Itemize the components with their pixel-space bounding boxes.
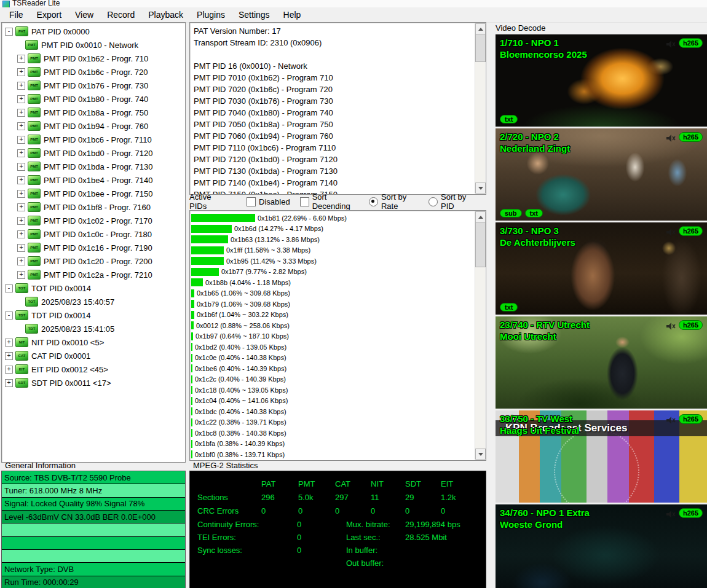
tree-item[interactable]: +PMTPMT PID 0x1b76 - Progr. 730 [2, 79, 185, 92]
collapse-expander-icon[interactable]: - [5, 284, 13, 292]
menu-item-playback[interactable]: Playback [141, 8, 190, 22]
menu-item-settings[interactable]: Settings [232, 8, 277, 22]
expand-expander-icon[interactable]: + [17, 82, 25, 90]
pid-row[interactable]: 0x1c22 (0.38% - 139.71 Kbps) [191, 417, 475, 428]
pid-row[interactable]: 0x1c04 (0.40% ~ 141.06 Kbps) [191, 396, 475, 407]
expand-expander-icon[interactable]: + [17, 122, 25, 130]
menu-item-file[interactable]: File [2, 8, 30, 22]
tree-item[interactable]: -PATPAT PID 0x0000 [2, 25, 185, 38]
sort-by-rate-radio-group[interactable]: Sort by Rate [369, 192, 419, 211]
sort-descending-checkbox[interactable] [300, 197, 309, 206]
sort-by-rate-radio[interactable] [369, 197, 378, 206]
tree-panel[interactable]: -PATPAT PID 0x0000PMTPMT PID 0x0010 - Ne… [1, 22, 186, 463]
pid-row[interactable]: 0x1fff (11.58% ~ 3.38 Mbps) [191, 245, 475, 256]
expand-expander-icon[interactable]: + [17, 230, 25, 238]
pid-row[interactable]: 0x1b65 (1.06% ~ 309.68 Kbps) [191, 288, 475, 299]
tree-item[interactable]: +PMTPMT PID 0x1bda - Progr. 7130 [2, 160, 185, 173]
sort-by-pid-radio-group[interactable]: Sort by PID [429, 192, 475, 211]
tree-item[interactable]: +PMTPMT PID 0x1bf8 - Progr. 7160 [2, 200, 185, 214]
video-thumbnail[interactable]: 23/740 - RTV UtrechtMooi Utrechth265 [496, 316, 707, 409]
pid-row[interactable]: 0x0012 (0.88% ~ 258.06 Kbps) [191, 320, 475, 331]
expand-expander-icon[interactable]: + [5, 379, 13, 387]
tree-item[interactable]: +PMTPMT PID 0x1b62 - Progr. 710 [2, 52, 185, 65]
pid-row[interactable]: 0x1be6 (0.40% - 140.39 Kbps) [191, 363, 475, 374]
tree-item[interactable]: +PMTPMT PID 0x1c02 - Progr. 7170 [2, 214, 185, 227]
pid-row[interactable]: 0x1c2c (0.40% - 140.39 Kbps) [191, 374, 475, 385]
tree-item[interactable]: +PMTPMT PID 0x1bee - Progr. 7150 [2, 187, 185, 200]
expand-expander-icon[interactable]: + [17, 163, 25, 171]
tree-item[interactable]: +PMTPMT PID 0x1c20 - Progr. 7200 [2, 254, 185, 268]
expand-expander-icon[interactable]: + [17, 190, 25, 198]
scroll-down-button[interactable] [475, 182, 486, 194]
menu-item-export[interactable]: Export [30, 8, 68, 22]
pid-row[interactable]: 0x1b97 (0.64% ~ 187.10 Kbps) [191, 331, 475, 342]
expand-expander-icon[interactable]: + [17, 55, 25, 63]
tree-item[interactable]: -TDTTDT PID 0x0014 [2, 308, 185, 322]
sort-descending-checkbox-group[interactable]: Sort Decending [300, 192, 359, 211]
disabled-checkbox[interactable] [247, 197, 256, 206]
tree-item[interactable]: +PMTPMT PID 0x1b80 - Progr. 740 [2, 92, 185, 106]
tree-item[interactable]: TDT2025/08/23 15:41:05 [2, 322, 185, 335]
tree-item[interactable]: +PMTPMT PID 0x1bd0 - Progr. 7120 [2, 146, 185, 160]
menu-item-plugins[interactable]: Plugins [190, 8, 232, 22]
pid-row[interactable]: 0x1bf0 (0.38% - 139.71 Kbps) [191, 449, 475, 460]
active-pids-panel[interactable]: 0x1b81 (22.69% - 6.60 Mbps)0x1b6d (14.27… [189, 210, 486, 461]
tree-item[interactable]: +PMTPMT PID 0x1b6c - Progr. 720 [2, 65, 185, 79]
pid-row[interactable]: 0x1c18 (0.40% ~ 139.05 Kbps) [191, 385, 475, 396]
expand-expander-icon[interactable]: + [17, 68, 25, 76]
pid-row[interactable]: 0x1b77 (9.77% - 2.82 Mbps) [191, 267, 475, 278]
pid-row[interactable]: 0x1b79 (1.06% ~ 309.68 Kbps) [191, 299, 475, 310]
expand-expander-icon[interactable]: + [17, 217, 25, 225]
pid-row[interactable]: 0x1b6f (1.04% ~ 303.22 Kbps) [191, 310, 475, 321]
pid-row[interactable]: 0x1b63 (13.12% - 3.86 Mbps) [191, 234, 475, 245]
pid-row[interactable]: 0x1bd2 (0.40% - 139.05 Kbps) [191, 342, 475, 353]
tree-item[interactable]: +CATCAT PID 0x0001 [2, 349, 185, 363]
tree-item[interactable]: +EITEIT PID 0x0012 <45> [2, 363, 185, 376]
expand-expander-icon[interactable]: + [17, 203, 25, 211]
pid-row[interactable]: 0x1b6d (14.27% - 4.17 Mbps) [191, 224, 475, 235]
scrollbar-thumb[interactable] [475, 34, 486, 62]
pid-row[interactable]: 0x1bdc (0.40% - 140.38 Kbps) [191, 406, 475, 417]
menu-item-view[interactable]: View [68, 8, 100, 22]
pid-row[interactable]: 0x1b95 (11.42% ~ 3.33 Mbps) [191, 256, 475, 267]
tree-item[interactable]: +SDTSDT PID 0x0011 <17> [2, 376, 185, 390]
expand-expander-icon[interactable]: + [5, 366, 13, 374]
scroll-down-button[interactable] [475, 449, 486, 460]
video-thumbnail[interactable]: KPN Broadcast Services33/750 - TV WestHa… [496, 410, 707, 503]
tree-item[interactable]: +PMTPMT PID 0x1b94 - Progr. 760 [2, 119, 185, 133]
pids-scrollbar[interactable] [475, 211, 485, 460]
expand-expander-icon[interactable]: + [17, 257, 25, 265]
expand-expander-icon[interactable]: + [17, 271, 25, 279]
collapse-expander-icon[interactable]: - [5, 312, 13, 319]
expand-expander-icon[interactable]: + [5, 352, 13, 360]
tree-item[interactable]: +NITNIT PID 0x0010 <5> [2, 335, 185, 349]
tree-item[interactable]: +PMTPMT PID 0x1b8a - Progr. 750 [2, 106, 185, 119]
tree-item[interactable]: +PMTPMT PID 0x1bc6 - Progr. 7110 [2, 133, 185, 146]
pat-scrollbar[interactable] [475, 23, 485, 194]
collapse-expander-icon[interactable]: - [5, 28, 13, 36]
menu-item-record[interactable]: Record [100, 8, 141, 22]
expand-expander-icon[interactable]: + [17, 109, 25, 117]
expand-expander-icon[interactable]: + [17, 176, 25, 184]
scroll-up-button[interactable] [475, 23, 486, 34]
pid-row[interactable]: 0x1bc8 (0.38% - 140.38 Kbps) [191, 428, 475, 439]
expand-expander-icon[interactable]: + [17, 244, 25, 252]
disabled-checkbox-group[interactable]: Disabled [247, 197, 290, 206]
tree-item[interactable]: +PMTPMT PID 0x1be4 - Progr. 7140 [2, 173, 185, 187]
menu-item-help[interactable]: Help [277, 8, 308, 22]
tree-item[interactable]: -TOTTOT PID 0x0014 [2, 281, 185, 295]
pid-row[interactable]: 0x1c0e (0.40% - 140.38 Kbps) [191, 353, 475, 364]
tree-item[interactable]: +PMTPMT PID 0x1c16 - Progr. 7190 [2, 241, 185, 254]
expand-expander-icon[interactable]: + [17, 136, 25, 144]
expand-expander-icon[interactable]: + [17, 149, 25, 157]
sort-by-pid-radio[interactable] [429, 197, 438, 206]
pat-details-panel[interactable]: PAT Version Number: 17Transport Stream I… [189, 22, 486, 195]
video-thumbnail[interactable]: 34/760 - NPO 1 ExtraWoeste Grondh265 [496, 504, 707, 588]
tree-item[interactable]: PMTPMT PID 0x0010 - Network [2, 38, 185, 52]
tree-item[interactable]: +PMTPMT PID 0x1c2a - Progr. 7210 [2, 268, 185, 281]
expand-expander-icon[interactable]: + [17, 95, 25, 103]
pid-row[interactable]: 0x1bfa (0.38% - 140.39 Kbps) [191, 439, 475, 450]
expand-expander-icon[interactable]: + [5, 339, 13, 347]
tree-item[interactable]: +PMTPMT PID 0x1c0c - Progr. 7180 [2, 227, 185, 241]
pid-row[interactable]: 0x1b8b (4.04% - 1.18 Mbps) [191, 277, 475, 288]
